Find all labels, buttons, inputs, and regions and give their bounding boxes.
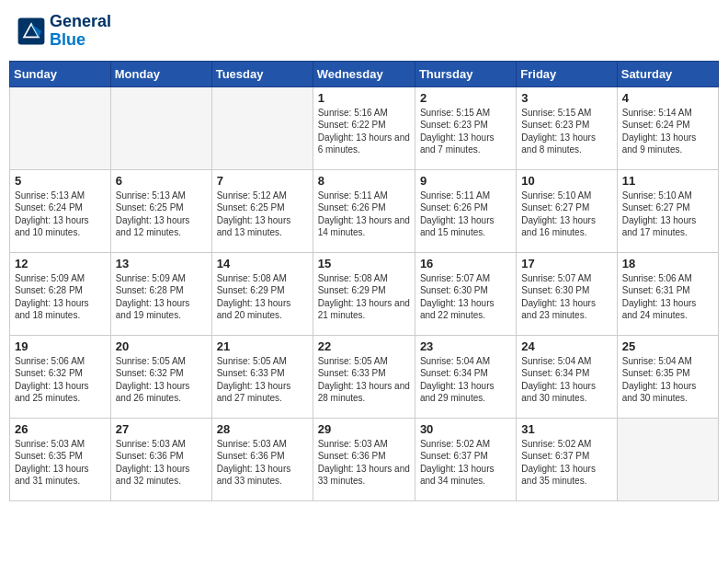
day-number: 16 [420, 257, 511, 270]
day-info: Sunrise: 5:08 AM Sunset: 6:29 PM Dayligh… [318, 272, 410, 322]
calendar-cell: 10Sunrise: 5:10 AM Sunset: 6:27 PM Dayli… [517, 169, 617, 252]
day-number: 6 [116, 174, 207, 188]
calendar-cell: 25Sunrise: 5:04 AM Sunset: 6:35 PM Dayli… [617, 335, 718, 418]
day-info: Sunrise: 5:11 AM Sunset: 6:26 PM Dayligh… [318, 190, 410, 239]
calendar-cell: 7Sunrise: 5:12 AM Sunset: 6:25 PM Daylig… [211, 169, 313, 252]
day-info: Sunrise: 5:07 AM Sunset: 6:30 PM Dayligh… [521, 272, 611, 322]
col-header-saturday: Saturday [617, 61, 718, 86]
day-info: Sunrise: 5:09 AM Sunset: 6:28 PM Dayligh… [116, 272, 207, 322]
calendar-header-row: SundayMondayTuesdayWednesdayThursdayFrid… [10, 61, 719, 86]
day-number: 28 [217, 422, 308, 436]
day-info: Sunrise: 5:03 AM Sunset: 6:36 PM Dayligh… [116, 438, 207, 488]
calendar-cell: 3Sunrise: 5:15 AM Sunset: 6:23 PM Daylig… [517, 86, 617, 169]
calendar-cell [10, 86, 111, 169]
day-number: 14 [217, 257, 308, 270]
day-number: 1 [318, 91, 410, 105]
day-number: 9 [420, 174, 511, 188]
day-number: 20 [116, 339, 207, 353]
calendar-cell: 27Sunrise: 5:03 AM Sunset: 6:36 PM Dayli… [110, 418, 211, 500]
day-info: Sunrise: 5:07 AM Sunset: 6:30 PM Dayligh… [420, 272, 511, 322]
calendar-cell: 16Sunrise: 5:07 AM Sunset: 6:30 PM Dayli… [415, 252, 516, 335]
col-header-sunday: Sunday [10, 61, 111, 86]
day-number: 29 [318, 422, 410, 436]
day-info: Sunrise: 5:05 AM Sunset: 6:32 PM Dayligh… [116, 355, 207, 405]
page-header: General Blue [9, 9, 719, 53]
calendar-cell: 22Sunrise: 5:05 AM Sunset: 6:33 PM Dayli… [313, 335, 415, 418]
day-info: Sunrise: 5:15 AM Sunset: 6:23 PM Dayligh… [420, 107, 511, 156]
day-number: 15 [318, 257, 410, 270]
day-number: 31 [521, 422, 611, 436]
day-number: 10 [521, 174, 611, 188]
day-number: 5 [15, 174, 106, 188]
week-row-4: 19Sunrise: 5:06 AM Sunset: 6:32 PM Dayli… [10, 335, 719, 418]
calendar-cell: 28Sunrise: 5:03 AM Sunset: 6:36 PM Dayli… [211, 418, 313, 500]
day-info: Sunrise: 5:14 AM Sunset: 6:24 PM Dayligh… [622, 107, 713, 156]
day-info: Sunrise: 5:05 AM Sunset: 6:33 PM Dayligh… [318, 355, 410, 405]
week-row-3: 12Sunrise: 5:09 AM Sunset: 6:28 PM Dayli… [10, 252, 719, 335]
calendar-cell [110, 86, 211, 169]
col-header-friday: Friday [517, 61, 617, 86]
calendar-cell: 14Sunrise: 5:08 AM Sunset: 6:29 PM Dayli… [211, 252, 313, 335]
day-info: Sunrise: 5:12 AM Sunset: 6:25 PM Dayligh… [217, 190, 308, 239]
day-info: Sunrise: 5:11 AM Sunset: 6:26 PM Dayligh… [420, 190, 511, 239]
calendar-cell: 24Sunrise: 5:04 AM Sunset: 6:34 PM Dayli… [517, 335, 617, 418]
day-number: 7 [217, 174, 308, 188]
day-info: Sunrise: 5:04 AM Sunset: 6:34 PM Dayligh… [420, 355, 511, 405]
calendar-cell [617, 418, 718, 500]
day-number: 23 [420, 339, 511, 353]
col-header-wednesday: Wednesday [313, 61, 415, 86]
day-info: Sunrise: 5:08 AM Sunset: 6:29 PM Dayligh… [217, 272, 308, 322]
calendar-cell: 5Sunrise: 5:13 AM Sunset: 6:24 PM Daylig… [10, 169, 111, 252]
calendar-cell: 4Sunrise: 5:14 AM Sunset: 6:24 PM Daylig… [617, 86, 718, 169]
col-header-thursday: Thursday [415, 61, 516, 86]
day-info: Sunrise: 5:02 AM Sunset: 6:37 PM Dayligh… [420, 438, 511, 488]
calendar-cell: 30Sunrise: 5:02 AM Sunset: 6:37 PM Dayli… [415, 418, 516, 500]
day-number: 13 [116, 257, 207, 270]
day-number: 12 [15, 257, 106, 270]
calendar-cell: 19Sunrise: 5:06 AM Sunset: 6:32 PM Dayli… [10, 335, 111, 418]
day-number: 27 [116, 422, 207, 436]
calendar-table: SundayMondayTuesdayWednesdayThursdayFrid… [9, 61, 719, 501]
week-row-2: 5Sunrise: 5:13 AM Sunset: 6:24 PM Daylig… [10, 169, 719, 252]
day-info: Sunrise: 5:09 AM Sunset: 6:28 PM Dayligh… [15, 272, 106, 322]
calendar-cell: 18Sunrise: 5:06 AM Sunset: 6:31 PM Dayli… [617, 252, 718, 335]
col-header-monday: Monday [110, 61, 211, 86]
day-number: 18 [622, 257, 713, 270]
day-number: 24 [521, 339, 611, 353]
day-info: Sunrise: 5:13 AM Sunset: 6:25 PM Dayligh… [116, 190, 207, 239]
day-number: 26 [15, 422, 106, 436]
calendar-cell: 15Sunrise: 5:08 AM Sunset: 6:29 PM Dayli… [313, 252, 415, 335]
calendar-cell: 21Sunrise: 5:05 AM Sunset: 6:33 PM Dayli… [211, 335, 313, 418]
calendar-cell: 6Sunrise: 5:13 AM Sunset: 6:25 PM Daylig… [110, 169, 211, 252]
day-number: 17 [521, 257, 611, 270]
calendar-cell: 23Sunrise: 5:04 AM Sunset: 6:34 PM Dayli… [415, 335, 516, 418]
calendar-cell: 29Sunrise: 5:03 AM Sunset: 6:36 PM Dayli… [313, 418, 415, 500]
day-number: 2 [420, 91, 511, 105]
day-info: Sunrise: 5:13 AM Sunset: 6:24 PM Dayligh… [15, 190, 106, 239]
day-number: 11 [622, 174, 713, 188]
day-number: 8 [318, 174, 410, 188]
calendar-cell: 2Sunrise: 5:15 AM Sunset: 6:23 PM Daylig… [415, 86, 516, 169]
logo-icon [17, 17, 46, 46]
day-info: Sunrise: 5:16 AM Sunset: 6:22 PM Dayligh… [318, 107, 410, 156]
day-number: 4 [622, 91, 713, 105]
col-header-tuesday: Tuesday [211, 61, 313, 86]
day-info: Sunrise: 5:15 AM Sunset: 6:23 PM Dayligh… [521, 107, 611, 156]
day-number: 30 [420, 422, 511, 436]
week-row-5: 26Sunrise: 5:03 AM Sunset: 6:35 PM Dayli… [10, 418, 719, 500]
calendar-cell: 9Sunrise: 5:11 AM Sunset: 6:26 PM Daylig… [415, 169, 516, 252]
day-number: 3 [521, 91, 611, 105]
calendar-cell: 26Sunrise: 5:03 AM Sunset: 6:35 PM Dayli… [10, 418, 111, 500]
day-info: Sunrise: 5:05 AM Sunset: 6:33 PM Dayligh… [217, 355, 308, 405]
day-number: 19 [15, 339, 106, 353]
calendar-cell: 8Sunrise: 5:11 AM Sunset: 6:26 PM Daylig… [313, 169, 415, 252]
day-info: Sunrise: 5:03 AM Sunset: 6:36 PM Dayligh… [318, 438, 410, 488]
day-info: Sunrise: 5:04 AM Sunset: 6:34 PM Dayligh… [521, 355, 611, 405]
day-info: Sunrise: 5:03 AM Sunset: 6:36 PM Dayligh… [217, 438, 308, 488]
day-number: 22 [318, 339, 410, 353]
calendar-cell: 11Sunrise: 5:10 AM Sunset: 6:27 PM Dayli… [617, 169, 718, 252]
day-info: Sunrise: 5:06 AM Sunset: 6:32 PM Dayligh… [15, 355, 106, 405]
day-info: Sunrise: 5:06 AM Sunset: 6:31 PM Dayligh… [622, 272, 713, 322]
calendar-cell: 31Sunrise: 5:02 AM Sunset: 6:37 PM Dayli… [517, 418, 617, 500]
week-row-1: 1Sunrise: 5:16 AM Sunset: 6:22 PM Daylig… [10, 86, 719, 169]
